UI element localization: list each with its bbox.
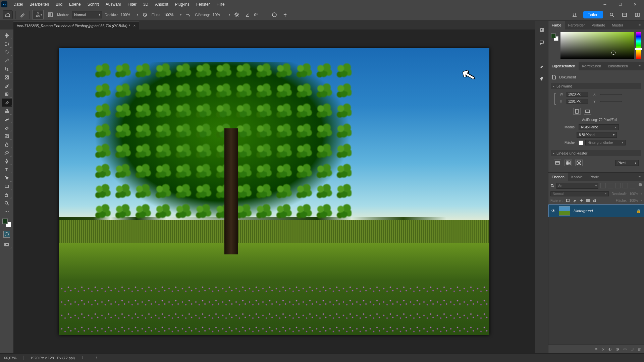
symmetry-icon[interactable]	[281, 11, 289, 19]
panel-menu-icon[interactable]: ≡	[635, 21, 644, 29]
workspace-icon[interactable]	[621, 11, 629, 19]
tab-bibliotheken[interactable]: Bibliotheken	[604, 62, 631, 70]
rulers-icon[interactable]	[554, 160, 561, 166]
menu-schrift[interactable]: Schrift	[84, 0, 102, 9]
brush-tool[interactable]	[2, 99, 12, 107]
new-layer-icon[interactable]: ⊞	[631, 347, 634, 351]
more-tools[interactable]: ⋯	[2, 207, 12, 216]
filter-shape-icon[interactable]	[623, 183, 628, 188]
document-tab[interactable]: tree-7186835_Ramon Perucho auf Pixabay.j…	[13, 21, 139, 29]
window-minimize[interactable]: ─	[597, 0, 612, 9]
fill-select[interactable]: Hintergrundfarbe▾	[585, 140, 626, 145]
adjustments-panel-icon[interactable]	[537, 74, 546, 83]
tab-kanale[interactable]: Kanäle	[568, 173, 586, 181]
marquee-tool[interactable]	[2, 40, 12, 48]
menu-hilfe[interactable]: Hilfe	[213, 0, 228, 9]
eyedropper-tool[interactable]	[2, 82, 12, 90]
filter-pixel-icon[interactable]	[600, 183, 606, 188]
lasso-tool[interactable]	[2, 48, 12, 56]
filter-adjust-icon[interactable]	[608, 183, 613, 188]
history-brush-tool[interactable]	[2, 115, 12, 123]
menu-plugins[interactable]: Plug-ins	[172, 0, 193, 9]
menu-fenster[interactable]: Fenster	[193, 0, 213, 9]
tab-ebenen[interactable]: Ebenen	[548, 173, 568, 181]
grid-icon[interactable]	[565, 160, 572, 166]
link-dimensions-icon[interactable]	[553, 93, 557, 105]
tab-pfade[interactable]: Pfade	[586, 173, 602, 181]
blend-mode-select[interactable]: Normal▾	[72, 11, 102, 18]
hue-slider[interactable]	[636, 32, 641, 59]
frame-tool[interactable]	[2, 73, 12, 81]
tab-korrekturen[interactable]: Korrekturen	[579, 62, 604, 70]
mask-icon[interactable]: ◐	[608, 347, 612, 351]
fill-swatch[interactable]	[579, 140, 583, 145]
lock-artboard-icon[interactable]	[586, 198, 590, 202]
status-nav-left[interactable]: 〈	[94, 355, 98, 360]
color-field[interactable]	[560, 32, 634, 59]
close-tab-icon[interactable]: ×	[133, 23, 136, 28]
panel-menu-icon[interactable]: ≡	[635, 173, 644, 181]
height-input[interactable]: 1281 Px	[567, 99, 588, 104]
comments-panel-icon[interactable]	[537, 38, 546, 47]
tab-verlaufe[interactable]: Verläufe	[588, 21, 608, 29]
filter-type-icon[interactable]	[615, 183, 621, 188]
filter-smart-icon[interactable]	[630, 183, 635, 188]
window-close[interactable]: ✕	[628, 0, 643, 9]
smoothing-options-icon[interactable]	[233, 11, 241, 19]
tab-eigenschaften[interactable]: Eigenschaften	[548, 62, 579, 70]
brush-panel-icon[interactable]	[46, 11, 54, 19]
healing-tool[interactable]	[2, 90, 12, 98]
eraser-tool[interactable]	[2, 124, 12, 132]
flow-input[interactable]: 100%	[164, 13, 177, 17]
group-icon[interactable]: ▭	[623, 347, 627, 351]
pen-tool[interactable]	[2, 157, 12, 165]
screen-mode[interactable]	[2, 241, 12, 249]
lock-pixels-icon[interactable]	[566, 198, 570, 202]
lock-icon[interactable]: 🔒	[636, 209, 641, 213]
size-pressure-icon[interactable]	[270, 11, 278, 19]
menu-datei[interactable]: Datei	[10, 0, 26, 9]
color-fgbg-mini[interactable]	[551, 34, 558, 41]
layer-thumbnail[interactable]	[559, 206, 570, 216]
width-input[interactable]: 1920 Px	[567, 92, 588, 97]
link-layers-icon[interactable]: ⧉	[595, 347, 597, 351]
dodge-tool[interactable]	[2, 149, 12, 157]
visibility-icon[interactable]: 👁	[551, 208, 555, 213]
quick-mask-toggle[interactable]	[3, 231, 10, 238]
path-select-tool[interactable]	[2, 174, 12, 182]
zoom-level[interactable]: 66,67%	[4, 356, 16, 360]
brush-preset-picker[interactable]: 120 ▾	[32, 10, 44, 19]
menu-bild[interactable]: Bild	[52, 0, 66, 9]
beaker-icon[interactable]	[571, 11, 579, 19]
lock-position-icon[interactable]	[579, 198, 583, 202]
menu-auswahl[interactable]: Auswahl	[102, 0, 124, 9]
delete-layer-icon[interactable]: 🗑	[638, 347, 641, 351]
layer-fill-input[interactable]: 100%	[629, 199, 638, 202]
lock-paint-icon[interactable]	[573, 198, 577, 202]
gradient-tool[interactable]	[2, 132, 12, 140]
canvas-section-header[interactable]: ▾Leinwand	[551, 83, 641, 89]
panel-menu-icon[interactable]: ≡	[635, 62, 644, 70]
tab-muster[interactable]: Muster	[608, 21, 627, 29]
menu-ansicht[interactable]: Ansicht	[152, 0, 171, 9]
document-dimensions[interactable]: 1920 Px x 1281 Px (72 ppi)	[30, 356, 75, 360]
layer-opacity-input[interactable]: 100%	[629, 192, 638, 196]
move-tool[interactable]	[2, 32, 12, 40]
tool-preset-icon[interactable]	[18, 11, 26, 19]
zoom-tool[interactable]	[2, 199, 12, 207]
brushes-panel-icon[interactable]	[537, 62, 546, 70]
portrait-icon[interactable]	[573, 108, 581, 115]
bit-depth-select[interactable]: 8 Bit/Kanal▾	[577, 132, 617, 138]
y-input[interactable]	[600, 101, 622, 102]
rulers-section-header[interactable]: ▾Lineale und Raster	[551, 150, 641, 156]
menu-3d[interactable]: 3D	[140, 0, 152, 9]
wand-tool[interactable]	[2, 57, 12, 65]
layer-blend-select[interactable]: Normal▾	[550, 191, 609, 196]
document-canvas[interactable]: ↖	[59, 48, 489, 335]
guides-icon[interactable]	[575, 160, 583, 166]
hand-tool[interactable]	[2, 191, 12, 199]
status-chevron-icon[interactable]: 〉	[82, 355, 85, 360]
angle-input[interactable]: 0°	[254, 13, 268, 17]
filter-toggle[interactable]	[639, 183, 642, 186]
tab-farbe[interactable]: Farbe	[548, 21, 565, 29]
